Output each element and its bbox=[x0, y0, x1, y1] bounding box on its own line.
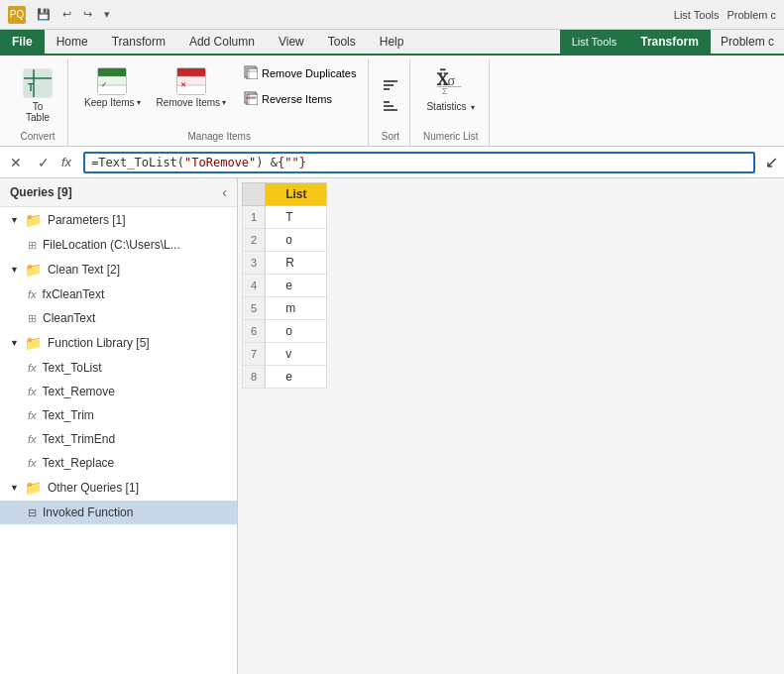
folder-icon-other-queries: 📁 bbox=[25, 480, 42, 496]
svg-text:T: T bbox=[28, 82, 34, 93]
row-value: o bbox=[266, 320, 327, 343]
group-function-library-label: Function Library [5] bbox=[48, 336, 150, 350]
queries-list: ▼ 📁 Parameters [1] ⊞ FileLocation (C:\Us… bbox=[0, 207, 237, 674]
sort-desc-button[interactable] bbox=[378, 97, 403, 115]
remove-duplicates-label: Remove Duplicates bbox=[262, 67, 356, 79]
reverse-items-button[interactable]: Reverse Items bbox=[240, 89, 360, 109]
table-row: 7 v bbox=[243, 343, 327, 366]
redo-btn[interactable]: ↪ bbox=[80, 7, 95, 22]
query-item-text-to-list[interactable]: fx Text_ToList bbox=[0, 356, 237, 380]
query-item-text-trim[interactable]: fx Text_Trim bbox=[0, 403, 237, 427]
tab-add-column[interactable]: Add Column bbox=[177, 30, 267, 54]
formula-equals: = bbox=[91, 156, 98, 169]
formula-cancel-button[interactable]: ✕ bbox=[6, 153, 26, 172]
group-clean-text-label: Clean Text [2] bbox=[48, 263, 120, 277]
row-number: 7 bbox=[243, 343, 266, 366]
query-item-invoked-function[interactable]: ⊟ Invoked Function bbox=[0, 501, 237, 524]
more-btn[interactable]: ▾ bbox=[101, 7, 113, 22]
row-value: v bbox=[266, 343, 327, 366]
to-table-icon: T bbox=[22, 67, 54, 99]
fx-icon-tr: fx bbox=[28, 386, 37, 397]
svg-rect-12 bbox=[177, 68, 205, 76]
group-other-queries[interactable]: ▼ 📁 Other Queries [1] bbox=[0, 475, 237, 501]
query-item-clean-text[interactable]: ⊞ CleanText bbox=[0, 306, 237, 330]
table-icon-invoked: ⊟ bbox=[28, 506, 37, 519]
query-label-text-replace: Text_Replace bbox=[43, 456, 115, 470]
row-number: 8 bbox=[243, 366, 266, 389]
group-parameters[interactable]: ▼ 📁 Parameters [1] bbox=[0, 207, 237, 233]
remove-items-button[interactable]: ✕ Remove Items ▾ bbox=[151, 63, 232, 112]
fx-icon-trc: fx bbox=[28, 457, 37, 469]
main-content: Queries [9] ‹ ▼ 📁 Parameters [1] ⊞ FileL… bbox=[0, 178, 784, 674]
row-value: e bbox=[266, 366, 327, 389]
fx-icon-tt: fx bbox=[28, 409, 37, 421]
queries-collapse-button[interactable]: ‹ bbox=[222, 184, 227, 200]
query-item-text-replace[interactable]: fx Text_Replace bbox=[0, 451, 237, 475]
query-item-text-trim-end[interactable]: fx Text_TrimEnd bbox=[0, 427, 237, 451]
folder-icon-parameters: 📁 bbox=[25, 212, 42, 228]
remove-items-label: Remove Items ▾ bbox=[157, 97, 226, 108]
keep-items-button[interactable]: ✓ Keep Items ▾ bbox=[78, 63, 147, 112]
formula-bar: ✕ ✓ fx = Text_ToList( "ToRemove" ) & {""… bbox=[0, 147, 784, 178]
queries-title: Queries [9] bbox=[10, 185, 72, 199]
data-table-container[interactable]: List 1 T 2 o 3 R 4 e 5 m 6 o 7 v 8 e bbox=[238, 178, 784, 674]
undo-btn[interactable]: ↩ bbox=[59, 7, 74, 22]
query-item-fx-clean-text[interactable]: fx fxCleanText bbox=[0, 282, 237, 306]
query-label-text-to-list: Text_ToList bbox=[43, 361, 102, 375]
query-label-invoked-function: Invoked Function bbox=[43, 506, 133, 519]
small-buttons-stack: Remove Duplicates Reverse Items bbox=[240, 63, 360, 109]
tab-help[interactable]: Help bbox=[368, 30, 416, 54]
formula-bar-icons: ✕ ✓ bbox=[6, 153, 54, 172]
folder-icon-clean-text: 📁 bbox=[25, 262, 42, 278]
formula-confirm-button[interactable]: ✓ bbox=[34, 153, 54, 172]
tab-home[interactable]: Home bbox=[45, 30, 100, 54]
row-number: 2 bbox=[243, 229, 266, 252]
save-btn[interactable]: 💾 bbox=[34, 7, 54, 22]
svg-text:Σ: Σ bbox=[442, 86, 448, 96]
to-table-button[interactable]: T ToTable bbox=[16, 63, 59, 127]
query-label-clean-text: CleanText bbox=[43, 311, 95, 325]
row-number: 5 bbox=[243, 297, 266, 320]
convert-label: Convert bbox=[20, 127, 55, 142]
chevron-down-icon: ▼ bbox=[10, 215, 19, 225]
fx-icon-clean: fx bbox=[28, 288, 37, 300]
query-label-text-trim-end: Text_TrimEnd bbox=[43, 432, 116, 446]
remove-items-icon: ✕ bbox=[176, 67, 206, 95]
row-number: 3 bbox=[243, 252, 266, 275]
fx-icon-tte: fx bbox=[28, 433, 37, 445]
table-row: 6 o bbox=[243, 320, 327, 343]
app-icon: PQ bbox=[8, 6, 26, 24]
title-bar: PQ 💾 ↩ ↪ ▾ List Tools Problem c bbox=[0, 0, 784, 30]
tab-transform-context[interactable]: Transform bbox=[628, 30, 711, 54]
table-row: 1 T bbox=[243, 206, 327, 229]
tab-transform[interactable]: Transform bbox=[100, 30, 177, 54]
reverse-items-label: Reverse Items bbox=[262, 93, 332, 105]
row-value: e bbox=[266, 275, 327, 297]
query-item-file-location[interactable]: ⊞ FileLocation (C:\Users\L... bbox=[0, 233, 237, 257]
table-icon-clean: ⊞ bbox=[28, 312, 37, 325]
list-tools-label: List Tools bbox=[674, 9, 720, 21]
table-row: 5 m bbox=[243, 297, 327, 320]
group-clean-text[interactable]: ▼ 📁 Clean Text [2] bbox=[0, 257, 237, 282]
query-item-text-remove[interactable]: fx Text_Remove bbox=[0, 380, 237, 403]
list-tools-tab-group: List Tools bbox=[560, 30, 629, 54]
formula-function: Text_ToList( bbox=[98, 156, 184, 169]
row-value: T bbox=[266, 206, 327, 229]
row-num-header bbox=[243, 183, 266, 206]
tab-tools[interactable]: Tools bbox=[316, 30, 368, 54]
table-row: 2 o bbox=[243, 229, 327, 252]
ribbon-section-manage-items: ✓ Keep Items ▾ bbox=[70, 59, 369, 146]
tab-view[interactable]: View bbox=[267, 30, 316, 54]
fx-icon-ttl: fx bbox=[28, 362, 37, 374]
group-function-library[interactable]: ▼ 📁 Function Library [5] bbox=[0, 330, 237, 356]
formula-input[interactable]: = Text_ToList( "ToRemove" ) & {""} bbox=[83, 152, 755, 173]
statistics-button[interactable]: X̄ σ Σ Statistics ▾ bbox=[420, 63, 481, 116]
title-bar-icons: PQ 💾 ↩ ↪ ▾ bbox=[8, 6, 113, 24]
remove-duplicates-button[interactable]: Remove Duplicates bbox=[240, 63, 360, 83]
tab-problem[interactable]: Problem c bbox=[711, 30, 784, 54]
formula-concat: ) & bbox=[256, 156, 278, 169]
sort-buttons bbox=[378, 63, 403, 127]
tab-file[interactable]: File bbox=[0, 30, 45, 54]
ribbon-section-sort: Sort bbox=[371, 59, 410, 146]
sort-asc-button[interactable] bbox=[378, 76, 403, 94]
